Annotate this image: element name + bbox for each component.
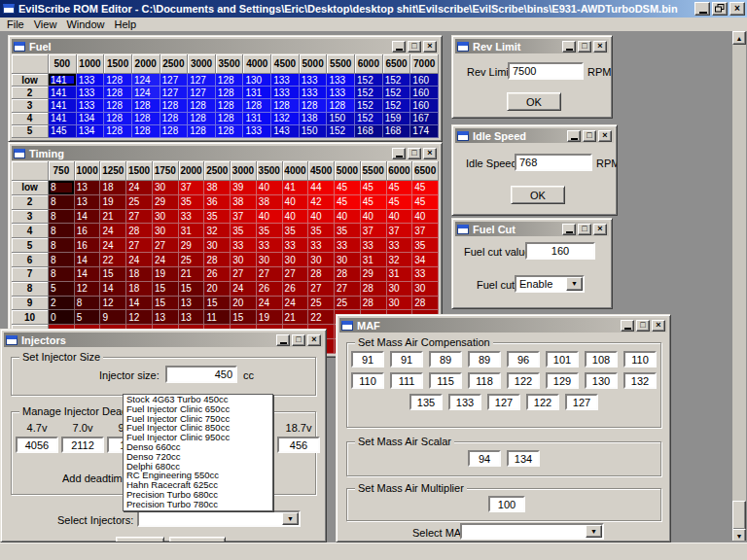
maf-compensation-input[interactable] (429, 351, 462, 368)
timing-cell[interactable]: 30 (153, 224, 179, 238)
injector-list-item[interactable]: Precision Turbo 780cc (124, 500, 272, 509)
fuel-cell[interactable]: 152 (383, 87, 411, 99)
timing-close-button[interactable]: × (423, 148, 437, 159)
timing-cell[interactable]: 28 (412, 297, 439, 311)
timing-cell[interactable]: 29 (153, 195, 179, 210)
maf-compensation-input[interactable] (585, 351, 618, 368)
timing-cell[interactable]: 44 (308, 181, 335, 195)
timing-cell[interactable]: 16 (75, 224, 101, 238)
maf-scalar-input[interactable] (468, 450, 501, 467)
fuel-cell[interactable]: 152 (355, 113, 383, 125)
menu-view[interactable]: View (31, 18, 64, 30)
fuel-cell[interactable]: 133 (300, 74, 328, 87)
maf-compensation-input[interactable] (390, 372, 423, 389)
fuel-cell[interactable]: 128 (216, 74, 244, 87)
minimize-button[interactable] (694, 2, 710, 16)
injectors-reset-button[interactable] (169, 537, 226, 542)
fuel-cell[interactable]: 127 (188, 87, 216, 99)
timing-cell[interactable]: 20 (204, 282, 231, 297)
maf-compensation-input[interactable] (526, 394, 559, 410)
maf-compensation-input[interactable] (487, 394, 520, 410)
timing-cell[interactable]: 40 (387, 210, 413, 225)
timing-maximize-button[interactable]: □ (408, 148, 421, 159)
timing-cell[interactable]: 25 (179, 253, 205, 267)
timing-cell[interactable]: 32 (204, 224, 231, 238)
timing-cell[interactable]: 8 (49, 224, 75, 238)
fuel-cut-value-input[interactable] (525, 242, 595, 260)
timing-cell[interactable]: 8 (75, 297, 101, 311)
timing-cell[interactable]: 25 (335, 297, 361, 311)
scroll-up-arrow-icon[interactable]: ▲ (732, 31, 746, 45)
timing-cell[interactable]: 14 (75, 210, 101, 225)
timing-minimize-button[interactable] (392, 148, 406, 159)
fuel-cell[interactable]: 174 (410, 125, 439, 138)
fuel-cell[interactable]: 128 (243, 99, 271, 112)
timing-cell[interactable]: 28 (335, 267, 361, 282)
fuel-cell[interactable]: 150 (300, 125, 328, 138)
timing-cell[interactable]: 35 (231, 224, 257, 238)
fuel-cell[interactable]: 128 (104, 125, 132, 138)
fuel-cell[interactable]: 128 (216, 99, 244, 112)
fuel-cell[interactable]: 159 (383, 113, 411, 125)
timing-cell[interactable]: 2 (49, 297, 75, 311)
timing-cell[interactable]: 8 (49, 253, 75, 267)
fuel-cell[interactable]: 128 (327, 99, 355, 112)
timing-cell[interactable]: 12 (126, 310, 153, 325)
timing-cell[interactable]: 13 (75, 195, 101, 210)
fuel-cell[interactable]: 128 (216, 87, 244, 99)
maf-compensation-input[interactable] (429, 372, 462, 389)
fuel-cell[interactable]: 128 (104, 99, 132, 112)
fuel-cell[interactable]: 138 (300, 113, 328, 125)
idle-speed-maximize-button[interactable]: □ (583, 130, 596, 142)
fuel-cell[interactable]: 128 (216, 113, 244, 125)
timing-cell[interactable]: 37 (387, 224, 413, 238)
fuel-cell[interactable]: 128 (271, 99, 300, 112)
timing-cell[interactable]: 19 (153, 267, 179, 282)
maf-scalar-input[interactable] (507, 450, 540, 467)
timing-cell[interactable]: 18 (100, 181, 126, 195)
timing-cell[interactable]: 45 (387, 195, 413, 210)
timing-cell[interactable]: 19 (100, 195, 126, 210)
timing-cell[interactable]: 8 (49, 238, 75, 253)
injectors-minimize-button[interactable] (276, 334, 290, 346)
timing-cell[interactable]: 38 (257, 195, 283, 210)
fuel-cell[interactable]: 160 (410, 99, 439, 112)
maf-compensation-input[interactable] (546, 372, 579, 389)
maf-compensation-input[interactable] (623, 351, 657, 368)
timing-cell[interactable]: 28 (361, 297, 387, 311)
maf-compensation-input[interactable] (623, 372, 657, 389)
timing-cell[interactable]: 27 (335, 282, 361, 297)
timing-cell[interactable]: 35 (283, 224, 309, 238)
timing-cell[interactable]: 8 (49, 195, 75, 210)
timing-cell[interactable]: 0 (49, 310, 75, 325)
timing-cell[interactable]: 36 (204, 195, 231, 210)
timing-cell[interactable]: 45 (361, 181, 387, 195)
timing-cell[interactable]: 24 (100, 238, 126, 253)
timing-cell[interactable]: 8 (49, 181, 75, 195)
fuel-maximize-button[interactable]: □ (408, 41, 421, 52)
fuel-cell[interactable]: 152 (383, 99, 411, 112)
timing-cell[interactable]: 39 (231, 181, 257, 195)
timing-cell[interactable]: 27 (126, 238, 153, 253)
maf-compensation-input[interactable] (468, 372, 501, 389)
fuel-cell[interactable]: 124 (132, 87, 160, 99)
timing-cell[interactable]: 11 (204, 310, 231, 325)
fuel-cell[interactable]: 133 (327, 74, 355, 87)
timing-cell[interactable]: 40 (335, 210, 361, 225)
maf-compensation-input[interactable] (546, 351, 579, 368)
fuel-cell[interactable]: 141 (49, 87, 77, 99)
fuel-cell[interactable]: 152 (355, 74, 383, 87)
timing-cell[interactable]: 15 (153, 282, 179, 297)
fuel-cell[interactable]: 127 (188, 74, 216, 87)
timing-cell[interactable]: 8 (49, 210, 75, 225)
timing-cell[interactable]: 18 (126, 267, 153, 282)
injectors-dropdown-arrow-icon[interactable]: ▼ (282, 512, 299, 525)
rev-limit-maximize-button[interactable]: □ (578, 41, 591, 52)
timing-cell[interactable]: 31 (179, 224, 205, 238)
timing-cell[interactable]: 26 (283, 282, 309, 297)
timing-cell[interactable]: 26 (257, 282, 283, 297)
restore-button[interactable] (712, 2, 728, 16)
timing-cell[interactable]: 24 (126, 253, 153, 267)
timing-cell[interactable]: 40 (257, 210, 283, 225)
injector-size-input[interactable] (165, 366, 237, 383)
